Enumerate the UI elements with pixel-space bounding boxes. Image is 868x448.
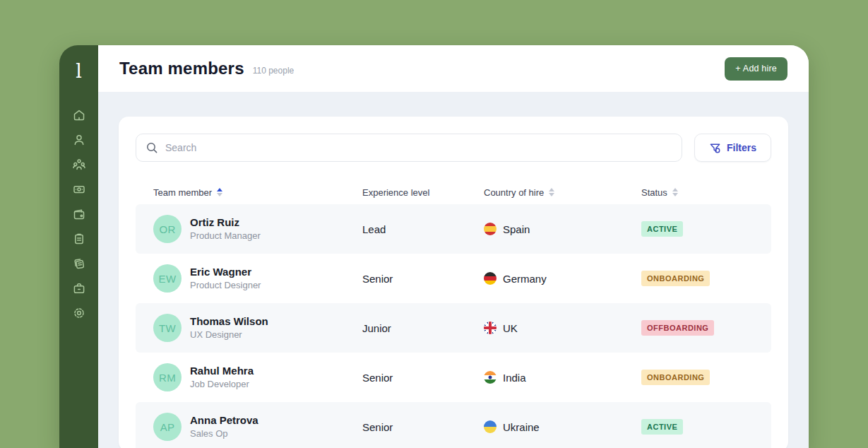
country-flag-icon <box>484 272 497 285</box>
status-cell: ONBOARDING <box>641 271 771 286</box>
documents-icon <box>72 257 86 271</box>
team-table-card: Filters Team member Experience level Cou… <box>119 117 788 448</box>
sidebar-nav <box>72 108 86 320</box>
content-area: Filters Team member Experience level Cou… <box>98 92 809 448</box>
status-cell: ACTIVE <box>641 221 771 237</box>
experience-level: Senior <box>362 421 484 433</box>
member-cell: EW Eric Wagner Product Designer <box>136 264 362 293</box>
search-icon <box>145 141 158 154</box>
experience-level: Lead <box>362 223 484 235</box>
country-cell: Germany <box>484 272 641 285</box>
search-box[interactable] <box>136 134 682 162</box>
avatar: AP <box>153 413 182 441</box>
country-flag-icon <box>484 371 497 384</box>
sidebar-item-jobs[interactable] <box>72 281 86 295</box>
avatar: TW <box>153 314 182 342</box>
country-cell: Ukraine <box>484 420 641 433</box>
page-header: Team members 110 people + Add hire <box>98 45 809 92</box>
column-header-status[interactable]: Status <box>641 187 771 198</box>
sidebar-item-payments[interactable] <box>72 182 86 196</box>
search-input[interactable] <box>165 142 672 153</box>
country-cell: India <box>484 371 641 384</box>
member-name: Eric Wagner <box>190 265 261 279</box>
country-name: Ukraine <box>503 421 540 433</box>
country-flag-icon <box>484 420 497 433</box>
tasks-icon <box>72 232 86 246</box>
column-label: Team member <box>153 187 212 198</box>
column-label: Status <box>641 187 667 198</box>
sidebar-item-settings[interactable] <box>72 306 86 320</box>
wallet-icon <box>72 207 86 221</box>
jobs-icon <box>72 281 86 295</box>
app-logo[interactable]: l <box>76 57 82 84</box>
column-label: Country of hire <box>484 187 544 198</box>
table-toolbar: Filters <box>136 134 771 162</box>
table-row[interactable]: TW Thomas Wilson UX Designer Junior UK <box>136 303 771 353</box>
member-cell: AP Anna Petrova Sales Op <box>136 413 362 441</box>
column-label: Experience level <box>362 187 429 198</box>
member-role: Job Developer <box>190 378 254 391</box>
team-icon <box>72 158 86 172</box>
country-name: UK <box>503 322 518 334</box>
people-count: 110 people <box>253 61 295 76</box>
member-cell: TW Thomas Wilson UX Designer <box>136 314 362 342</box>
payments-icon <box>72 182 86 196</box>
funnel-icon <box>709 142 721 154</box>
sidebar-item-profile[interactable] <box>72 133 86 147</box>
member-name: Anna Petrova <box>190 413 258 428</box>
profile-icon <box>72 133 86 147</box>
status-badge: ONBOARDING <box>641 271 710 286</box>
member-name: Ortiz Ruiz <box>190 216 261 230</box>
column-header-team-member[interactable]: Team member <box>136 187 362 198</box>
country-name: Spain <box>503 223 530 235</box>
sidebar-item-documents[interactable] <box>72 257 86 271</box>
table-row[interactable]: EW Eric Wagner Product Designer Senior G… <box>136 254 771 303</box>
column-header-country[interactable]: Country of hire <box>484 187 641 198</box>
sidebar-item-wallet[interactable] <box>72 207 86 221</box>
status-cell: ONBOARDING <box>641 370 771 385</box>
country-flag-icon <box>484 223 497 235</box>
member-cell: RM Rahul Mehra Job Developer <box>136 363 362 391</box>
table-row[interactable]: OR Ortiz Ruiz Product Manager Lead Spain <box>136 204 771 254</box>
experience-level: Senior <box>362 372 484 384</box>
sort-icon-team-member[interactable] <box>217 188 222 196</box>
member-cell: OR Ortiz Ruiz Product Manager <box>136 215 362 243</box>
country-flag-icon <box>484 322 497 334</box>
avatar: OR <box>153 215 182 243</box>
sidebar-item-home[interactable] <box>72 108 86 122</box>
status-badge: ACTIVE <box>641 419 683 435</box>
column-header-experience[interactable]: Experience level <box>362 187 484 198</box>
member-role: Sales Op <box>190 428 258 440</box>
sidebar-item-team[interactable] <box>72 158 86 172</box>
settings-icon <box>72 306 86 320</box>
avatar: EW <box>153 264 182 293</box>
desktop-background: l <box>0 0 868 448</box>
country-cell: Spain <box>484 223 641 235</box>
add-hire-button[interactable]: + Add hire <box>725 57 787 81</box>
country-cell: UK <box>484 322 641 334</box>
member-name: Rahul Mehra <box>190 364 254 378</box>
filters-label: Filters <box>727 142 756 153</box>
table-body: OR Ortiz Ruiz Product Manager Lead Spain <box>136 204 771 448</box>
member-name: Thomas Wilson <box>190 314 268 329</box>
country-name: Germany <box>503 273 547 285</box>
filters-button[interactable]: Filters <box>694 134 771 162</box>
table-row[interactable]: AP Anna Petrova Sales Op Senior Ukraine <box>136 402 771 448</box>
member-role: Product Designer <box>190 279 261 292</box>
status-badge: ONBOARDING <box>641 370 710 385</box>
sort-icon-status[interactable] <box>672 188 678 196</box>
home-icon <box>72 108 86 122</box>
sidebar: l <box>59 45 98 448</box>
experience-level: Senior <box>362 273 484 285</box>
page-title: Team members <box>119 59 244 78</box>
sidebar-item-tasks[interactable] <box>72 232 86 246</box>
status-cell: OFFBOARDING <box>641 320 771 336</box>
sort-icon-country[interactable] <box>549 188 554 196</box>
main-panel: Team members 110 people + Add hire <box>98 45 809 448</box>
table-row[interactable]: RM Rahul Mehra Job Developer Senior Indi… <box>136 353 771 402</box>
table-header: Team member Experience level Country of … <box>136 180 771 204</box>
app-window: l <box>59 45 809 448</box>
status-cell: ACTIVE <box>641 419 771 435</box>
status-badge: ACTIVE <box>641 221 683 237</box>
member-role: Product Manager <box>190 230 261 242</box>
